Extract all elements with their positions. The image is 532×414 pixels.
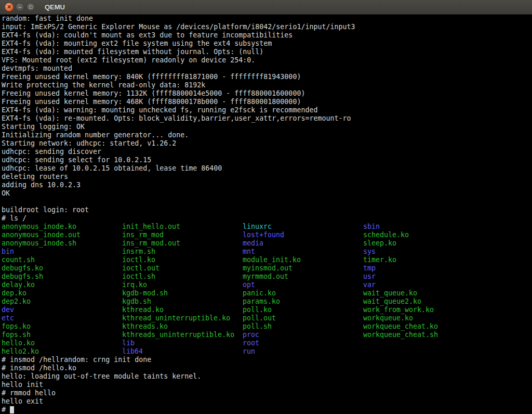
terminal-line: input: ImExPS/2 Generic Explorer Mouse a… bbox=[2, 23, 532, 31]
ls-entry-file: poll.ko bbox=[243, 306, 363, 314]
ls-entry-file: kthreads.ko bbox=[122, 322, 243, 331]
terminal-text: udhcpc: sending select for 10.0.2.15 bbox=[2, 156, 151, 164]
ls-entry-directory: sbin bbox=[363, 223, 484, 231]
terminal-line: hello exit bbox=[2, 397, 532, 406]
ls-entry-file: kthread_uninterruptible.ko bbox=[122, 314, 243, 322]
ls-entry-directory: etc bbox=[2, 314, 122, 322]
terminal-text: # rmmod hello bbox=[2, 389, 56, 397]
ls-entry-file: workqueue_cheat.ko bbox=[363, 322, 484, 331]
window-titlebar[interactable]: ✕ – ▢ QEMU bbox=[0, 0, 532, 15]
terminal-text: VFS: Mounted root (ext2 filesystem) read… bbox=[2, 56, 255, 64]
ls-entry-directory: mnt bbox=[243, 248, 363, 256]
ls-output-row: anonymous_inode.koinit_hello.outlinuxrcs… bbox=[2, 223, 532, 231]
ls-entry-directory: proc bbox=[243, 331, 363, 339]
terminal-text: Starting network: udhcpc: started, v1.26… bbox=[2, 139, 176, 147]
ls-output-row: debugfs.koioctl.outmyinsmod.outtmp bbox=[2, 264, 532, 273]
ls-output-row: hello.kolibroot bbox=[2, 339, 532, 347]
ls-entry-file: ioctl.out bbox=[122, 264, 243, 273]
ls-entry-file: insrm.sh bbox=[122, 248, 243, 256]
ls-entry-file: anonymous_inode.out bbox=[2, 231, 122, 239]
terminal-text: Initializing random number generator... … bbox=[2, 131, 189, 139]
terminal-line: hello init bbox=[2, 381, 532, 389]
ls-entry-file: timer.ko bbox=[363, 256, 484, 264]
ls-entry-file: hello.ko bbox=[2, 339, 122, 347]
terminal-line: # rmmod hello bbox=[2, 389, 532, 397]
terminal-text: hello exit bbox=[2, 397, 43, 405]
close-icon[interactable]: ✕ bbox=[5, 3, 14, 11]
ls-output-row: debugfs.shioctl.shmyrmmod.outusr bbox=[2, 273, 532, 281]
ls-entry-file: module_init.ko bbox=[243, 256, 363, 264]
ls-entry-file: ins_rm_mod.out bbox=[122, 239, 243, 248]
ls-entry-directory: sys bbox=[363, 248, 484, 256]
maximize-icon[interactable]: ▢ bbox=[26, 3, 35, 11]
terminal-line: EXT4-fs (vda): couldn't mount as ext3 du… bbox=[2, 31, 532, 40]
ls-output-row: delay.koirq.kooptvar bbox=[2, 281, 532, 289]
terminal-output[interactable]: random: fast init doneinput: ImExPS/2 Ge… bbox=[0, 15, 532, 414]
ls-entry-file: irq.ko bbox=[122, 281, 243, 289]
terminal-text: EXT4-fs (vda): couldn't mount as ext3 du… bbox=[2, 31, 292, 39]
terminal-line: # ls / bbox=[2, 214, 532, 223]
ls-entry-file: panic.ko bbox=[243, 289, 363, 297]
ls-entry-file: work_from_work.ko bbox=[363, 306, 484, 314]
terminal-text: # insmod /hello.ko bbox=[2, 364, 76, 372]
terminal-line: VFS: Mounted root (ext2 filesystem) read… bbox=[2, 56, 532, 64]
ls-entry-file: kgdb.sh bbox=[122, 297, 243, 306]
terminal-line bbox=[2, 198, 532, 206]
ls-entry-directory: run bbox=[243, 347, 363, 356]
ls-entry-file: kgdb-mod.sh bbox=[122, 289, 243, 297]
ls-entry-file: poll.out bbox=[243, 314, 363, 322]
ls-entry-file: debugfs.sh bbox=[2, 273, 122, 281]
terminal-line: # insmod /hello.ko bbox=[2, 364, 532, 372]
terminal-text: # insmod /hellrandom: crng init done bbox=[2, 356, 151, 364]
terminal-line: Starting network: udhcpc: started, v1.26… bbox=[2, 139, 532, 148]
ls-entry-file: fops.ko bbox=[2, 322, 122, 331]
ls-entry-file: params.ko bbox=[243, 297, 363, 306]
ls-entry-file: ioctl.sh bbox=[122, 273, 243, 281]
terminal-text: udhcpc: sending discover bbox=[2, 148, 101, 156]
terminal-text: EXT4-fs (vda): re-mounted. Opts: block_v… bbox=[2, 114, 351, 122]
terminal-line: adding dns 10.0.2.3 bbox=[2, 181, 532, 189]
terminal-line: EXT4-fs (vda): re-mounted. Opts: block_v… bbox=[2, 114, 532, 123]
ls-output-row: anonymous_inode.shins_rm_mod.outmediasle… bbox=[2, 239, 532, 248]
minimize-icon[interactable]: – bbox=[16, 3, 24, 11]
terminal-text: # ls / bbox=[2, 214, 26, 222]
terminal-text: Freeing unused kernel memory: 1132K (fff… bbox=[2, 89, 305, 97]
terminal-line: EXT4-fs (vda): warning: mounting uncheck… bbox=[2, 106, 532, 114]
ls-entry-directory: dev bbox=[2, 306, 122, 314]
terminal-text: devtmpfs: mounted bbox=[2, 64, 72, 72]
terminal-text: udhcpc: lease of 10.0.2.15 obtained, lea… bbox=[2, 164, 222, 172]
terminal-line: Starting logging: OK bbox=[2, 123, 532, 131]
ls-entry-file: anonymous_inode.ko bbox=[2, 223, 122, 231]
ls-output-row: fops.shkthreads_uninterruptible.koprocwo… bbox=[2, 331, 532, 339]
ls-entry-file: schedule.ko bbox=[363, 231, 484, 239]
ls-entry-file: workqueue.ko bbox=[363, 314, 484, 322]
terminal-line: OK bbox=[2, 189, 532, 198]
ls-entry-file: ioctl.ko bbox=[122, 256, 243, 264]
terminal-text: hello init bbox=[2, 381, 43, 389]
terminal-line: Freeing unused kernel memory: 1132K (fff… bbox=[2, 89, 532, 98]
ls-output-row: bininsrm.shmntsys bbox=[2, 248, 532, 256]
ls-entry-file: kthreads_uninterruptible.ko bbox=[122, 331, 243, 339]
ls-entry-file: workqueue_cheat.sh bbox=[363, 331, 484, 339]
terminal-line: Initializing random number generator... … bbox=[2, 131, 532, 139]
terminal-line: # insmod /hellrandom: crng init done bbox=[2, 356, 532, 364]
ls-entry-file: wait_queue.ko bbox=[363, 289, 484, 297]
ls-entry-symlink: linuxrc bbox=[243, 223, 363, 231]
terminal-text: EXT4-fs (vda): mounted filesystem withou… bbox=[2, 48, 263, 56]
terminal-prompt-line: # bbox=[2, 406, 532, 414]
qemu-window: ✕ – ▢ QEMU random: fast init doneinput: … bbox=[0, 0, 532, 414]
terminal-line: Freeing unused kernel memory: 468K (ffff… bbox=[2, 98, 532, 106]
ls-entry-file: debugfs.ko bbox=[2, 264, 122, 273]
terminal-line: EXT4-fs (vda): mounted filesystem withou… bbox=[2, 48, 532, 56]
ls-entry-file: myrmmod.out bbox=[243, 273, 363, 281]
terminal-line: EXT4-fs (vda): mounting ext2 file system… bbox=[2, 40, 532, 48]
terminal-line: random: fast init done bbox=[2, 15, 532, 23]
terminal-line: deleting routers bbox=[2, 173, 532, 181]
terminal-text: # bbox=[2, 406, 10, 413]
ls-entry-directory: lib64 bbox=[122, 347, 243, 356]
terminal-text: OK bbox=[2, 189, 10, 197]
terminal-line: Write protecting the kernel read-only da… bbox=[2, 81, 532, 89]
terminal-line: udhcpc: sending select for 10.0.2.15 bbox=[2, 156, 532, 164]
ls-entry-file: delay.ko bbox=[2, 281, 122, 289]
terminal-line: buildroot login: root bbox=[2, 206, 532, 214]
